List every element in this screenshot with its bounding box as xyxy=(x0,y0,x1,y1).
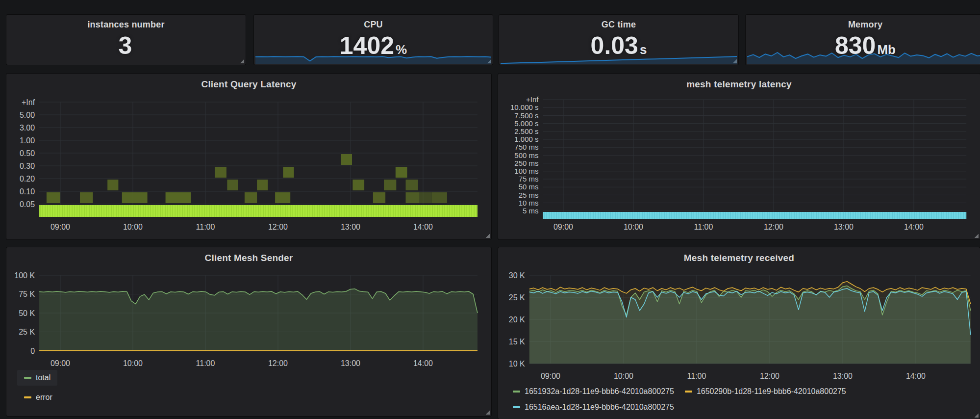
svg-text:12:00: 12:00 xyxy=(268,223,288,231)
legend-item-1651932a[interactable]: 1651932a-1d28-11e9-bbb6-42010a800275 xyxy=(513,386,674,397)
svg-text:750 ms: 750 ms xyxy=(514,143,538,151)
panel-client-mesh-sender[interactable]: Client Mesh Sender 100 K75 K50 K25 K009:… xyxy=(6,247,491,416)
panel-client-query-latency[interactable]: Client Query Latency +Inf5.003.001.000.5… xyxy=(6,74,491,239)
stat-unit: s xyxy=(640,43,647,56)
svg-text:1.00: 1.00 xyxy=(20,136,35,145)
stat-value: 830Mb xyxy=(746,33,980,58)
svg-text:10 ms: 10 ms xyxy=(519,199,539,207)
svg-text:13:00: 13:00 xyxy=(341,359,360,367)
legend-label: 1651932a-1d28-11e9-bbb6-42010a800275 xyxy=(525,387,674,396)
panel-gc-time[interactable]: GC time 0.03s xyxy=(499,15,738,65)
svg-text:250 ms: 250 ms xyxy=(514,159,538,167)
resize-handle-icon[interactable] xyxy=(974,234,979,238)
svg-text:+Inf: +Inf xyxy=(526,95,539,104)
svg-text:10:00: 10:00 xyxy=(624,223,643,231)
svg-text:10.000 s: 10.000 s xyxy=(510,103,539,111)
svg-text:25 ms: 25 ms xyxy=(519,191,539,199)
panel-cpu[interactable]: CPU 1402% xyxy=(254,15,493,65)
svg-text:14:00: 14:00 xyxy=(413,359,433,367)
svg-text:5.000 s: 5.000 s xyxy=(514,119,538,128)
svg-text:10:00: 10:00 xyxy=(614,372,633,380)
svg-text:11:00: 11:00 xyxy=(196,359,215,367)
legend-label: total xyxy=(36,373,50,382)
svg-text:75 ms: 75 ms xyxy=(519,175,539,183)
svg-text:20 K: 20 K xyxy=(509,315,525,324)
mesh-telemetry-received-graph[interactable]: 30 K25 K20 K15 K10 K09:0010:0011:0012:00… xyxy=(498,247,980,384)
panel-title[interactable]: GC time xyxy=(499,15,738,30)
svg-text:5 ms: 5 ms xyxy=(523,207,539,215)
svg-text:0.50: 0.50 xyxy=(20,149,35,157)
panel-title[interactable]: instances number xyxy=(6,15,246,30)
panel-title[interactable]: CPU xyxy=(254,15,493,30)
legend-dash-icon xyxy=(24,377,31,379)
panel-mesh-telemetry-latency[interactable]: mesh telemetry latency +Inf10.000 s7.500… xyxy=(498,74,980,239)
svg-text:12:00: 12:00 xyxy=(268,359,288,367)
legend-item-total[interactable]: total xyxy=(17,370,57,386)
svg-text:25 K: 25 K xyxy=(19,328,35,336)
svg-text:100 K: 100 K xyxy=(14,271,35,280)
legend-dash-icon xyxy=(685,391,692,393)
legend-label: 1650290b-1d28-11e9-bbb6-42010a800275 xyxy=(697,387,846,396)
legend-dash-icon xyxy=(513,406,520,408)
svg-text:12:00: 12:00 xyxy=(760,372,779,380)
svg-text:1.000 s: 1.000 s xyxy=(514,135,538,143)
stat-unit: Mb xyxy=(877,43,896,56)
svg-text:09:00: 09:00 xyxy=(553,223,573,231)
resize-handle-icon[interactable] xyxy=(974,413,979,418)
svg-text:09:00: 09:00 xyxy=(50,359,70,367)
client-mesh-sender-graph[interactable]: 100 K75 K50 K25 K009:0010:0011:0012:0013… xyxy=(6,247,491,370)
dashboard: instances number 3 CPU 1402% GC time 0.0… xyxy=(0,0,980,419)
panel-memory[interactable]: Memory 830Mb xyxy=(746,15,980,65)
svg-text:09:00: 09:00 xyxy=(50,223,70,231)
svg-text:30 K: 30 K xyxy=(509,271,525,280)
svg-text:09:00: 09:00 xyxy=(541,372,560,380)
legend-label: error xyxy=(36,393,52,402)
svg-text:25 K: 25 K xyxy=(509,293,525,302)
svg-text:11:00: 11:00 xyxy=(196,223,215,231)
mesh-telemetry-latency-heatmap[interactable]: +Inf10.000 s7.500 s5.000 s2.500 s1.000 s… xyxy=(498,74,980,239)
svg-text:10:00: 10:00 xyxy=(123,223,143,231)
svg-text:0: 0 xyxy=(30,347,35,355)
svg-text:12:00: 12:00 xyxy=(764,223,783,231)
legend-label: 16516aea-1d28-11e9-bbb6-42010a800275 xyxy=(525,403,674,412)
svg-text:+Inf: +Inf xyxy=(22,98,35,106)
svg-text:14:00: 14:00 xyxy=(906,372,926,380)
svg-text:0.30: 0.30 xyxy=(20,162,35,170)
svg-text:100 ms: 100 ms xyxy=(514,167,538,175)
svg-text:0.10: 0.10 xyxy=(20,187,35,196)
legend: total error xyxy=(17,370,59,405)
svg-text:3.00: 3.00 xyxy=(20,124,35,132)
panel-mesh-telemetry-received[interactable]: Mesh telemetry received 30 K25 K20 K15 K… xyxy=(498,247,980,419)
legend-item-1650290b[interactable]: 1650290b-1d28-11e9-bbb6-42010a800275 xyxy=(685,386,846,397)
panel-title[interactable]: Memory xyxy=(746,15,980,30)
svg-text:13:00: 13:00 xyxy=(834,223,854,231)
stat-value: 3 xyxy=(6,33,246,58)
svg-text:15 K: 15 K xyxy=(509,338,525,346)
svg-text:0.20: 0.20 xyxy=(20,175,35,183)
legend-dash-icon xyxy=(24,396,31,398)
legend-item-16516aea[interactable]: 16516aea-1d28-11e9-bbb6-42010a800275 xyxy=(513,401,674,413)
svg-text:11:00: 11:00 xyxy=(694,223,713,231)
svg-text:13:00: 13:00 xyxy=(341,223,360,231)
resize-handle-icon[interactable] xyxy=(485,234,490,238)
svg-text:10:00: 10:00 xyxy=(123,359,143,367)
stat-value: 0.03s xyxy=(499,33,738,58)
client-query-latency-heatmap[interactable]: +Inf5.003.001.000.500.300.200.100.0509:0… xyxy=(6,74,491,239)
svg-text:2.500 s: 2.500 s xyxy=(514,127,538,135)
resize-handle-icon[interactable] xyxy=(485,410,490,415)
svg-text:11:00: 11:00 xyxy=(687,372,706,380)
svg-text:10 K: 10 K xyxy=(509,360,525,368)
panel-instances-number[interactable]: instances number 3 xyxy=(6,15,246,65)
svg-text:7.500 s: 7.500 s xyxy=(514,111,538,120)
svg-text:5.00: 5.00 xyxy=(20,111,35,119)
svg-text:14:00: 14:00 xyxy=(904,223,924,231)
stat-unit: % xyxy=(396,43,407,56)
svg-text:50 K: 50 K xyxy=(19,309,35,317)
svg-text:75 K: 75 K xyxy=(19,290,35,298)
legend-dash-icon xyxy=(513,391,520,393)
legend-item-error[interactable]: error xyxy=(17,390,59,405)
svg-text:0.05: 0.05 xyxy=(20,200,35,209)
legend: 1651932a-1d28-11e9-bbb6-42010a800275 165… xyxy=(513,386,846,413)
svg-text:13:00: 13:00 xyxy=(833,372,853,380)
svg-text:50 ms: 50 ms xyxy=(519,183,539,191)
